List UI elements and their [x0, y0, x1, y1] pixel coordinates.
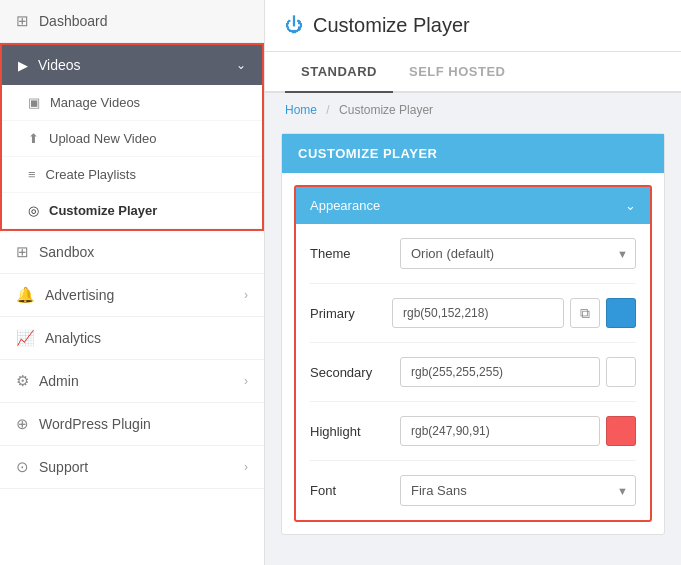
videos-chevron-icon: ⌄: [236, 58, 246, 72]
sidebar-videos-section: ▶ Videos ⌄ ▣ Manage Videos ⬆ Upload New …: [0, 43, 264, 231]
tabs-bar: STANDARD SELF HOSTED: [265, 52, 681, 93]
breadcrumb: Home / Customize Player: [265, 93, 681, 127]
videos-label: Videos: [38, 57, 236, 73]
secondary-control: [400, 357, 636, 387]
highlight-label: Highlight: [310, 424, 400, 439]
font-control: Fira Sans ▼: [400, 475, 636, 506]
secondary-color-swatch[interactable]: [606, 357, 636, 387]
analytics-label: Analytics: [45, 330, 248, 346]
appearance-body: Theme Orion (default) ▼ Primary: [296, 224, 650, 520]
primary-color-swatch[interactable]: [606, 298, 636, 328]
breadcrumb-current: Customize Player: [339, 103, 433, 117]
admin-chevron-icon: ›: [244, 374, 248, 388]
page-title: Customize Player: [313, 14, 470, 37]
appearance-header[interactable]: Appearance ⌄: [296, 187, 650, 224]
appearance-chevron-icon: ⌄: [625, 198, 636, 213]
sandbox-icon: ⊞: [16, 243, 29, 261]
customize-player-label: Customize Player: [49, 203, 157, 218]
sidebar-item-label: Dashboard: [39, 13, 248, 29]
toggle-icon[interactable]: ⏻: [285, 15, 303, 36]
admin-label: Admin: [39, 373, 244, 389]
font-label: Font: [310, 483, 400, 498]
theme-select-wrapper: Orion (default) ▼: [400, 238, 636, 269]
secondary-label: Secondary: [310, 365, 400, 380]
secondary-color-input[interactable]: [400, 357, 600, 387]
dashboard-icon: ⊞: [16, 12, 29, 30]
support-chevron-icon: ›: [244, 460, 248, 474]
highlight-color-wrap: [400, 416, 636, 446]
sidebar-item-sandbox[interactable]: ⊞ Sandbox: [0, 231, 264, 274]
sidebar-item-advertising[interactable]: 🔔 Advertising ›: [0, 274, 264, 317]
primary-label: Primary: [310, 306, 392, 321]
tab-standard[interactable]: STANDARD: [285, 52, 393, 93]
page-header: ⏻ Customize Player: [265, 0, 681, 52]
customize-player-panel: CUSTOMIZE PLAYER Appearance ⌄ Theme Orio…: [281, 133, 665, 535]
tab-self-hosted[interactable]: SELF HOSTED: [393, 52, 522, 93]
support-icon: ⊙: [16, 458, 29, 476]
highlight-color-swatch[interactable]: [606, 416, 636, 446]
theme-label: Theme: [310, 246, 400, 261]
sidebar-item-manage-videos[interactable]: ▣ Manage Videos: [2, 85, 262, 121]
sidebar-item-videos[interactable]: ▶ Videos ⌄: [2, 45, 262, 85]
support-label: Support: [39, 459, 244, 475]
theme-select[interactable]: Orion (default): [400, 238, 636, 269]
sandbox-label: Sandbox: [39, 244, 248, 260]
advertising-label: Advertising: [45, 287, 244, 303]
playlists-icon: ≡: [28, 167, 36, 182]
primary-color-input[interactable]: [392, 298, 564, 328]
theme-row: Theme Orion (default) ▼: [310, 224, 636, 284]
upload-new-video-label: Upload New Video: [49, 131, 156, 146]
videos-icon: ▶: [18, 58, 28, 73]
sidebar-item-dashboard[interactable]: ⊞ Dashboard: [0, 0, 264, 43]
highlight-color-input[interactable]: [400, 416, 600, 446]
highlight-control: [400, 416, 636, 446]
highlight-row: Highlight: [310, 402, 636, 461]
sidebar-item-upload-new-video[interactable]: ⬆ Upload New Video: [2, 121, 262, 157]
primary-row: Primary ⧉: [310, 284, 636, 343]
primary-copy-button[interactable]: ⧉: [570, 298, 600, 328]
wordpress-icon: ⊕: [16, 415, 29, 433]
appearance-label: Appearance: [310, 198, 380, 213]
sidebar-item-support[interactable]: ⊙ Support ›: [0, 446, 264, 489]
manage-videos-icon: ▣: [28, 95, 40, 110]
sidebar-item-customize-player[interactable]: ◎ Customize Player: [2, 193, 262, 229]
font-select[interactable]: Fira Sans: [400, 475, 636, 506]
customize-player-icon: ◎: [28, 203, 39, 218]
primary-color-wrap: ⧉: [392, 298, 636, 328]
advertising-icon: 🔔: [16, 286, 35, 304]
theme-control: Orion (default) ▼: [400, 238, 636, 269]
font-select-wrapper: Fira Sans ▼: [400, 475, 636, 506]
breadcrumb-separator: /: [326, 103, 329, 117]
secondary-color-wrap: [400, 357, 636, 387]
advertising-chevron-icon: ›: [244, 288, 248, 302]
wordpress-label: WordPress Plugin: [39, 416, 248, 432]
sidebar: ⊞ Dashboard ▶ Videos ⌄ ▣ Manage Videos ⬆…: [0, 0, 265, 565]
primary-control: ⧉: [392, 298, 636, 328]
panel-header: CUSTOMIZE PLAYER: [282, 134, 664, 173]
appearance-section: Appearance ⌄ Theme Orion (default) ▼: [294, 185, 652, 522]
upload-icon: ⬆: [28, 131, 39, 146]
breadcrumb-home[interactable]: Home: [285, 103, 317, 117]
font-row: Font Fira Sans ▼: [310, 461, 636, 520]
videos-submenu: ▣ Manage Videos ⬆ Upload New Video ≡ Cre…: [2, 85, 262, 229]
main-content: ⏻ Customize Player STANDARD SELF HOSTED …: [265, 0, 681, 565]
secondary-row: Secondary: [310, 343, 636, 402]
admin-icon: ⚙: [16, 372, 29, 390]
manage-videos-label: Manage Videos: [50, 95, 140, 110]
sidebar-item-admin[interactable]: ⚙ Admin ›: [0, 360, 264, 403]
analytics-icon: 📈: [16, 329, 35, 347]
sidebar-item-wordpress-plugin[interactable]: ⊕ WordPress Plugin: [0, 403, 264, 446]
sidebar-item-create-playlists[interactable]: ≡ Create Playlists: [2, 157, 262, 193]
create-playlists-label: Create Playlists: [46, 167, 136, 182]
sidebar-item-analytics[interactable]: 📈 Analytics: [0, 317, 264, 360]
